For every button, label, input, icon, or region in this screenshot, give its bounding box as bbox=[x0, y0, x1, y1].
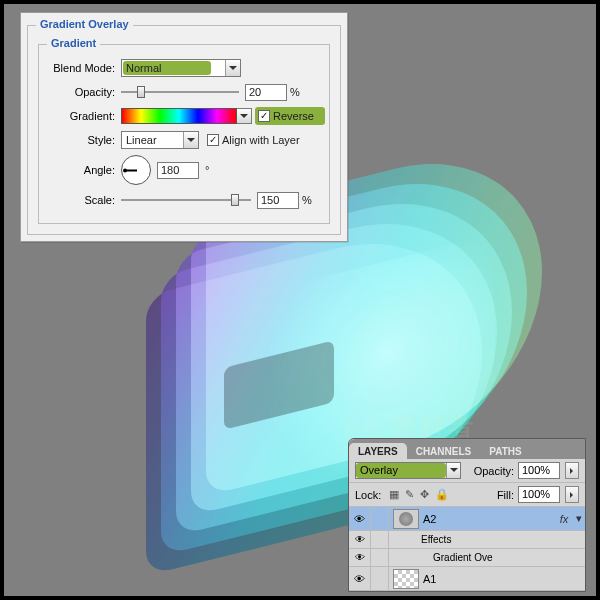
layer-list: 👁 A2 fx ▾ 👁 Effects 👁 Gradient Ove 👁 bbox=[349, 507, 585, 591]
opacity-label: Opacity: bbox=[47, 86, 121, 98]
chevron-down-icon[interactable] bbox=[183, 132, 198, 148]
reverse-checkbox[interactable] bbox=[258, 110, 270, 122]
lock-paint-icon[interactable]: ✎ bbox=[405, 488, 414, 501]
layer-blend-mode-select[interactable]: Overlay bbox=[355, 462, 461, 479]
layer-name[interactable]: A2 bbox=[423, 513, 555, 525]
tab-channels[interactable]: CHANNELS bbox=[407, 443, 481, 459]
reverse-label: Reverse bbox=[273, 110, 314, 122]
fill-label: Fill: bbox=[497, 489, 514, 501]
fx-badge[interactable]: fx bbox=[555, 513, 573, 525]
scale-unit: % bbox=[302, 194, 312, 206]
effect-item-label: Gradient Ove bbox=[433, 552, 492, 563]
lock-label: Lock: bbox=[355, 489, 381, 501]
tab-layers[interactable]: LAYERS bbox=[349, 443, 407, 459]
visibility-eye-icon[interactable]: 👁 bbox=[349, 549, 371, 567]
fill-flyout-button[interactable] bbox=[565, 486, 579, 503]
layer-row[interactable]: 👁 A1 bbox=[349, 567, 585, 591]
layer-opacity-label: Opacity: bbox=[474, 465, 514, 477]
scale-slider[interactable] bbox=[121, 193, 251, 207]
scale-value[interactable]: 150 bbox=[257, 192, 299, 209]
angle-label: Angle: bbox=[47, 164, 121, 176]
opacity-unit: % bbox=[290, 86, 300, 98]
layer-blend-mode-value: Overlay bbox=[356, 463, 446, 478]
effects-toggle-icon[interactable]: ▾ bbox=[573, 512, 585, 525]
layer-thumbnail[interactable] bbox=[393, 509, 419, 529]
layer-name[interactable]: A1 bbox=[423, 573, 585, 585]
effect-item-row[interactable]: 👁 Gradient Ove bbox=[349, 549, 585, 567]
panel-tabs: LAYERS CHANNELS PATHS bbox=[349, 439, 585, 459]
angle-value[interactable]: 180 bbox=[157, 162, 199, 179]
lock-transparency-icon[interactable]: ▦ bbox=[389, 488, 399, 501]
lock-icons: ▦ ✎ ✥ 🔒 bbox=[385, 488, 453, 501]
gradient-picker[interactable] bbox=[121, 108, 252, 124]
opacity-value[interactable]: 20 bbox=[245, 84, 287, 101]
visibility-eye-icon[interactable]: 👁 bbox=[349, 507, 371, 530]
chevron-down-icon[interactable] bbox=[225, 60, 240, 76]
chevron-down-icon[interactable] bbox=[237, 108, 252, 124]
angle-unit: ° bbox=[205, 164, 209, 176]
effects-row[interactable]: 👁 Effects bbox=[349, 531, 585, 549]
gradient-preview[interactable] bbox=[121, 108, 237, 124]
dialog-title: Gradient Overlay bbox=[36, 18, 133, 30]
opacity-slider[interactable] bbox=[121, 85, 239, 99]
style-select[interactable]: Linear bbox=[121, 131, 199, 149]
visibility-eye-icon[interactable]: 👁 bbox=[349, 567, 371, 590]
opacity-flyout-button[interactable] bbox=[565, 462, 579, 479]
blend-mode-value: Normal bbox=[122, 60, 225, 76]
angle-dial[interactable] bbox=[121, 155, 151, 185]
gradient-overlay-dialog: Gradient Overlay Gradient Blend Mode: No… bbox=[20, 12, 348, 242]
align-checkbox[interactable] bbox=[207, 134, 219, 146]
lock-position-icon[interactable]: ✥ bbox=[420, 488, 429, 501]
fill-value[interactable]: 100% bbox=[518, 486, 560, 503]
style-label: Style: bbox=[47, 134, 121, 146]
blend-mode-select[interactable]: Normal bbox=[121, 59, 241, 77]
visibility-eye-icon[interactable]: 👁 bbox=[349, 531, 371, 549]
align-label: Align with Layer bbox=[222, 134, 300, 146]
scale-label: Scale: bbox=[47, 194, 121, 206]
style-value: Linear bbox=[122, 132, 183, 148]
gradient-section-label: Gradient bbox=[47, 37, 100, 49]
chevron-down-icon[interactable] bbox=[446, 463, 460, 478]
layer-row[interactable]: 👁 A2 fx ▾ bbox=[349, 507, 585, 531]
gradient-label: Gradient: bbox=[47, 110, 121, 122]
blend-mode-label: Blend Mode: bbox=[47, 62, 121, 74]
layer-opacity-value[interactable]: 100% bbox=[518, 462, 560, 479]
lock-all-icon[interactable]: 🔒 bbox=[435, 488, 449, 501]
tab-paths[interactable]: PATHS bbox=[480, 443, 530, 459]
layer-thumbnail[interactable] bbox=[393, 569, 419, 589]
layers-panel: LAYERS CHANNELS PATHS Overlay Opacity: 1… bbox=[348, 438, 586, 592]
effects-label: Effects bbox=[421, 534, 451, 545]
